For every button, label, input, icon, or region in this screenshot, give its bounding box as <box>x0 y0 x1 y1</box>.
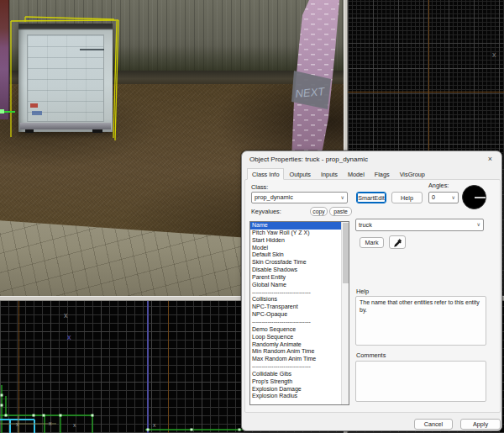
scrollbar-thumb[interactable] <box>343 223 349 283</box>
keyvalue-item[interactable]: Demo Sequence <box>250 326 349 334</box>
help-textbox: The name that other entities refer to th… <box>355 296 486 346</box>
svg-text:x: x <box>153 422 156 428</box>
axis-handle[interactable] <box>0 109 15 114</box>
tab-strip: Class InfoOutputsInputsModelFlagsVisGrou… <box>247 168 430 180</box>
copy-button[interactable]: copy <box>310 207 328 216</box>
tab[interactable]: Class Info <box>247 168 284 180</box>
angle-needle <box>475 197 486 198</box>
keyvalue-item[interactable]: Global Name <box>250 282 349 289</box>
angles-label: Angles: <box>428 182 449 189</box>
brush-handles[interactable] <box>1 394 241 431</box>
keyvalue-item[interactable]: Skin Crossfade Time <box>250 259 349 267</box>
tab[interactable]: Model <box>343 168 370 180</box>
keyvalue-item[interactable]: Explosion Damage <box>250 386 349 393</box>
smartedit-button[interactable]: SmartEdit <box>356 192 386 203</box>
entity-name-combobox[interactable]: truck ∨ <box>355 219 484 231</box>
close-icon[interactable]: × <box>485 154 496 165</box>
keyvalue-item[interactable]: ------------------------------ <box>250 363 349 371</box>
keyvalues-listbox[interactable]: NamePitch Yaw Roll (Y Z X)Start HiddenMo… <box>249 221 349 405</box>
keyvalue-item[interactable]: NPC-Transparent <box>250 304 349 311</box>
chevron-down-icon: ∨ <box>477 219 480 230</box>
class-label: Class: <box>251 183 268 191</box>
keyvalue-item[interactable]: Max Random Anim Time <box>250 356 349 363</box>
keyvalue-item[interactable]: Start Hidden <box>250 237 349 245</box>
class-combobox[interactable]: prop_dynamic ∨ <box>251 192 348 203</box>
keyvalue-item[interactable]: Explosion Radius <box>250 393 349 400</box>
tab[interactable]: Outputs <box>284 168 316 180</box>
svg-text:x: x <box>49 420 52 426</box>
keyvalue-item[interactable]: Collidable Gibs <box>250 371 349 378</box>
keyvalue-item[interactable]: Disable Shadows <box>250 267 349 274</box>
help-heading: Help <box>356 288 369 295</box>
cancel-button[interactable]: Cancel <box>414 419 453 430</box>
angle-dial-control[interactable] <box>462 185 486 209</box>
svg-text:x: x <box>16 421 19 427</box>
keyvalue-item[interactable]: Model <box>250 245 349 252</box>
axis-line-orange <box>348 92 504 92</box>
keyvalue-item[interactable]: Randomly Animate <box>250 341 349 349</box>
comments-label: Comments <box>356 351 386 359</box>
tab[interactable]: VisGroup <box>395 168 430 180</box>
keyvalue-item[interactable]: ------------------------------ <box>250 289 349 297</box>
chevron-down-icon: ∨ <box>341 193 344 203</box>
apply-button[interactable]: Apply <box>460 419 501 430</box>
keyvalue-item[interactable]: Prop's Strength <box>250 378 349 386</box>
comments-textarea[interactable] <box>355 361 486 402</box>
tab[interactable]: Inputs <box>316 168 343 180</box>
chevron-down-icon: ∨ <box>452 193 455 203</box>
keyvalue-item[interactable]: Collisions <box>250 296 349 304</box>
dialog-title: Object Properties: truck - prop_dynamic <box>249 156 368 163</box>
origin-marker: x <box>492 51 496 59</box>
dialog-titlebar[interactable]: Object Properties: truck - prop_dynamic … <box>242 151 501 168</box>
tab[interactable]: Flags <box>370 168 395 180</box>
keyvalue-item[interactable]: Min Random Anim Time <box>250 348 349 356</box>
selection-wireframe <box>11 17 118 140</box>
keyvalue-item[interactable]: Pitch Yaw Roll (Y Z X) <box>250 230 349 237</box>
keyvalue-item[interactable]: Loop Sequence <box>250 334 349 341</box>
hammer-editor-workspace: NEXT x x x <box>0 0 504 433</box>
angles-combobox[interactable]: 0 ∨ <box>428 192 459 203</box>
paste-button[interactable]: paste <box>329 207 352 216</box>
eyedropper-icon <box>392 237 403 248</box>
help-button[interactable]: Help <box>391 192 423 203</box>
graffiti-text: NEXT <box>295 85 326 100</box>
keyvalue-item[interactable]: ------------------------------ <box>250 319 349 326</box>
mark-button[interactable]: Mark <box>360 237 384 248</box>
keyvalue-item[interactable]: Parent Entity <box>250 274 349 282</box>
eyedropper-button[interactable] <box>389 235 406 249</box>
brush-olive[interactable] <box>0 415 56 433</box>
listbox-scrollbar[interactable] <box>341 222 349 404</box>
object-properties-dialog: Object Properties: truck - prop_dynamic … <box>241 150 502 431</box>
keyvalue-item[interactable]: Default Skin <box>250 251 349 259</box>
keyvalues-label: Keyvalues: <box>251 208 281 215</box>
svg-text:x: x <box>73 422 76 428</box>
keyvalue-item[interactable]: NPC-Opaque <box>250 311 349 319</box>
keyvalue-item[interactable]: Name <box>250 222 349 230</box>
